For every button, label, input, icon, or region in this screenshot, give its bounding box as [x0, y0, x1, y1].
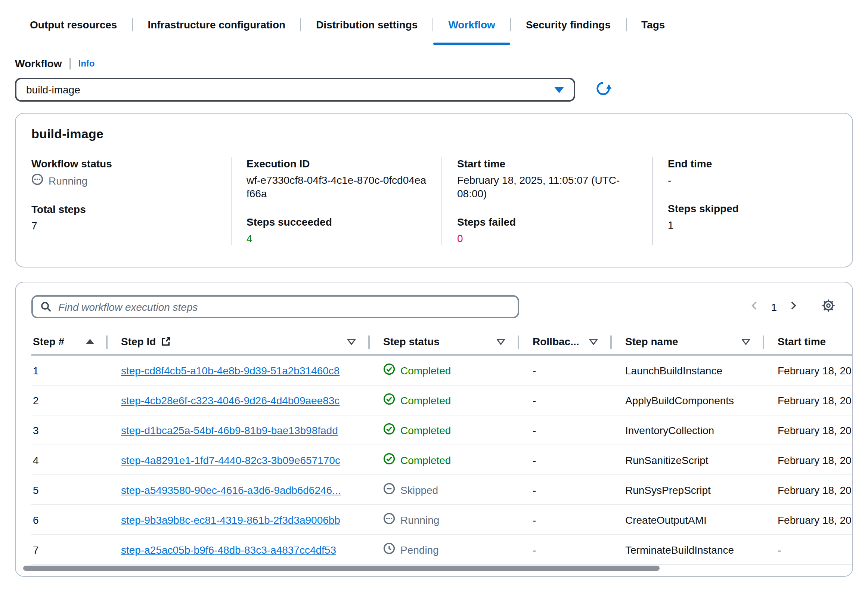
search-icon — [40, 301, 51, 312]
column-header-step-status[interactable]: Step status — [368, 329, 518, 354]
tab-distribution-settings[interactable]: Distribution settings — [301, 5, 432, 45]
pagination-next-button[interactable] — [786, 299, 800, 315]
status-text: Running — [401, 514, 439, 526]
search-input[interactable] — [58, 301, 510, 313]
horizontal-scrollbar[interactable] — [23, 566, 659, 571]
start-time-cell: February 18, 2025 — [763, 424, 853, 436]
table-row: 4 step-4a8291e1-1fd7-4440-82c3-3b09e6571… — [31, 445, 853, 475]
sort-ascending-icon[interactable] — [86, 338, 94, 344]
field-value: wf-e7330cf8-04f3-4c1e-870c-0fcd04eaf66a — [246, 173, 428, 200]
table-row: 5 step-a5493580-90ec-4616-a3d6-9adb6d624… — [31, 475, 853, 505]
step-id-link[interactable]: step-a25ac05b-b9f6-48db-83c3-a4837cc4df5… — [121, 544, 336, 556]
status-text: Completed — [401, 394, 451, 406]
pagination: 1 — [748, 297, 837, 316]
step-id-link[interactable]: step-a5493580-90ec-4616-a3d6-9adb6d6246.… — [121, 484, 341, 496]
tab-bar: Output resources Infrastructure configur… — [15, 0, 868, 45]
field-label: Start time — [457, 157, 639, 170]
column-filter-caret-icon[interactable] — [589, 338, 598, 345]
column-header-start-time[interactable]: Start time — [763, 329, 853, 354]
info-link[interactable]: Info — [79, 58, 95, 69]
table-row: 7 step-a25ac05b-b9f6-48db-83c3-a4837cc4d… — [31, 535, 853, 565]
pagination-page-number[interactable]: 1 — [770, 301, 778, 313]
column-header-label-group: Step Id — [121, 335, 171, 347]
table-row: 1 step-cd8f4cb5-a10b-4e8b-9d39-51a2b3146… — [31, 356, 853, 386]
column-filter-caret-icon[interactable] — [346, 338, 356, 345]
status-success-icon — [383, 363, 395, 377]
field-steps-failed: Steps failed 0 — [457, 215, 639, 245]
rollback-status-cell: - — [518, 544, 610, 556]
tab-tags[interactable]: Tags — [626, 5, 680, 45]
field-workflow-status: Workflow status Running — [31, 157, 217, 188]
step-number-cell: 7 — [31, 544, 106, 556]
workflow-select-label: Workflow — [15, 58, 62, 70]
field-start-time: Start time February 18, 2025, 11:05:07 (… — [457, 157, 639, 200]
start-time-cell: February 18, 2025 — [763, 514, 853, 526]
status-success-icon — [383, 423, 395, 437]
field-label: Steps succeeded — [246, 215, 428, 229]
step-status-cell: Pending — [383, 542, 518, 557]
column-header-step-number[interactable]: Step # — [31, 329, 106, 354]
field-value: 4 — [246, 232, 428, 245]
summary-grid: Workflow status Running Total steps 7 Ex… — [16, 157, 852, 245]
refresh-button[interactable] — [594, 80, 612, 99]
tab-security-findings[interactable]: Security findings — [511, 5, 626, 45]
external-link-icon — [160, 336, 171, 347]
table-row: 3 step-d1bca25a-54bf-46b9-81b9-bae13b98f… — [31, 415, 853, 445]
step-id-link[interactable]: step-4a8291e1-1fd7-4440-82c3-3b09e657170… — [121, 454, 340, 466]
status-text: Completed — [401, 454, 451, 466]
tab-label: Distribution settings — [316, 19, 417, 30]
field-value: 7 — [31, 219, 217, 232]
field-execution-id: Execution ID wf-e7330cf8-04f3-4c1e-870c-… — [246, 157, 428, 200]
tab-infrastructure-configuration[interactable]: Infrastructure configuration — [133, 5, 300, 45]
tab-label: Tags — [641, 19, 665, 30]
summary-title: build-image — [16, 127, 852, 142]
step-status-cell: Completed — [383, 393, 518, 407]
table-header-row: Step # Step Id Step status Rollbac... — [31, 329, 853, 356]
column-header-label: Start time — [777, 335, 826, 347]
table-row: 6 step-9b3a9b8c-ec81-4319-861b-2f3d3a900… — [31, 505, 853, 535]
status-text: Pending — [401, 544, 439, 556]
step-number-cell: 6 — [31, 514, 106, 526]
gear-icon — [822, 299, 835, 315]
summary-column-1: Workflow status Running Total steps 7 — [16, 157, 231, 245]
column-header-step-name[interactable]: Step name — [610, 329, 763, 354]
step-id-link[interactable]: step-4cb28e6f-c323-4046-9d26-4d4b09aee83… — [121, 394, 340, 406]
step-id-link[interactable]: step-d1bca25a-54bf-46b9-81b9-bae13b98fad… — [121, 424, 338, 436]
tab-label: Workflow — [448, 19, 495, 30]
workflow-select-row: build-image — [15, 78, 853, 102]
chevron-left-icon — [749, 300, 760, 313]
tab-workflow[interactable]: Workflow — [433, 5, 510, 45]
workflow-steps-card: 1 Step # Step Id — [15, 282, 853, 577]
summary-column-4: End time - Steps skipped 1 — [652, 157, 852, 245]
workflow-select-header: Workflow Info — [15, 57, 853, 70]
step-id-link[interactable]: step-9b3a9b8c-ec81-4319-861b-2f3d3a9006b… — [121, 514, 340, 526]
status-text: Skipped — [401, 484, 438, 496]
table-toolbar: 1 — [16, 295, 852, 318]
column-header-label: Rollbac... — [532, 335, 579, 347]
tab-label: Security findings — [526, 19, 611, 30]
field-total-steps: Total steps 7 — [31, 203, 217, 232]
caret-down-icon — [554, 86, 564, 93]
table-settings-button[interactable] — [820, 297, 837, 316]
step-number-cell: 4 — [31, 454, 106, 466]
pagination-prev-button[interactable] — [748, 299, 761, 315]
step-id-link[interactable]: step-cd8f4cb5-a10b-4e8b-9d39-51a2b31460c… — [121, 364, 340, 376]
field-value: 1 — [668, 218, 839, 232]
workflow-status-value: Running — [31, 173, 217, 188]
status-in-progress-icon — [31, 173, 43, 188]
start-time-cell: February 18, 2025 — [763, 394, 853, 406]
field-steps-skipped: Steps skipped 1 — [668, 202, 839, 232]
start-time-cell: - — [763, 544, 853, 556]
workflow-select[interactable]: build-image — [15, 78, 575, 102]
step-number-cell: 2 — [31, 394, 106, 406]
tab-output-resources[interactable]: Output resources — [15, 5, 132, 45]
status-pending-icon — [383, 542, 395, 557]
steps-table: Step # Step Id Step status Rollbac... — [31, 329, 853, 565]
column-header-rollback-status[interactable]: Rollbac... — [518, 329, 610, 354]
column-header-step-id[interactable]: Step Id — [106, 329, 368, 354]
column-filter-caret-icon[interactable] — [496, 338, 506, 345]
step-name-cell: CreateOutputAMI — [610, 514, 763, 526]
summary-column-2: Execution ID wf-e7330cf8-04f3-4c1e-870c-… — [231, 157, 442, 245]
column-filter-caret-icon[interactable] — [741, 338, 751, 345]
step-status-cell: Completed — [383, 363, 518, 377]
